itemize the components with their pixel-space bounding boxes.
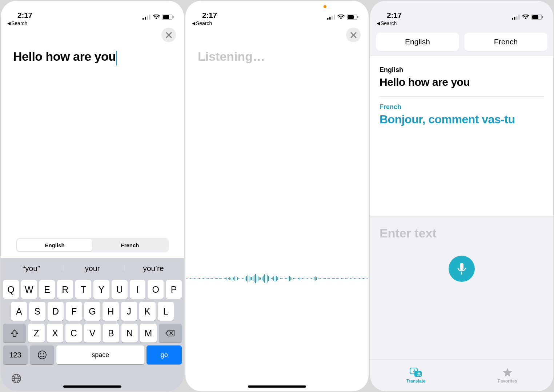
- key-j[interactable]: J: [121, 302, 137, 321]
- segment-french[interactable]: French: [92, 239, 168, 251]
- close-button[interactable]: [161, 28, 176, 42]
- waveform-bar: [194, 278, 195, 279]
- key-g[interactable]: G: [84, 302, 100, 321]
- suggestion-3[interactable]: you’re: [123, 264, 184, 273]
- svg-rect-23: [518, 15, 520, 20]
- waveform-bar: [333, 278, 334, 279]
- key-m[interactable]: M: [140, 324, 156, 343]
- key-r[interactable]: R: [57, 280, 73, 299]
- globe-key[interactable]: [11, 373, 22, 384]
- keyboard: “you” your you’re Q W E R T Y U I O P A …: [1, 258, 184, 391]
- status-icons: [142, 15, 174, 20]
- key-u[interactable]: U: [112, 280, 128, 299]
- waveform-bar: [350, 278, 351, 279]
- waveform-bar: [210, 278, 210, 279]
- back-label: Search: [11, 20, 27, 26]
- home-indicator[interactable]: [248, 385, 306, 388]
- tab-translate[interactable]: A文 Translate: [370, 360, 462, 391]
- svg-rect-14: [329, 17, 331, 20]
- back-to-search[interactable]: ◀Search: [1, 20, 184, 28]
- waveform-bar: [249, 276, 249, 281]
- waveform-bar: [300, 277, 300, 280]
- waveform-bar: [301, 278, 301, 279]
- source-language-pill[interactable]: English: [376, 33, 459, 51]
- suggestion-2[interactable]: your: [62, 264, 123, 273]
- svg-rect-21: [514, 17, 515, 20]
- translation-card: English Hello how are you French Bonjour…: [370, 56, 553, 216]
- waveform-bar: [361, 278, 361, 279]
- key-emoji[interactable]: [30, 345, 55, 364]
- waveform-bar: [284, 278, 285, 279]
- close-button[interactable]: [346, 28, 361, 42]
- back-to-search[interactable]: ◀Search: [185, 20, 369, 28]
- status-bar: 2:17: [185, 1, 369, 20]
- text-cursor: [116, 51, 117, 65]
- svg-text:文: 文: [417, 372, 421, 376]
- waveform-bar: [363, 278, 364, 279]
- key-p[interactable]: P: [166, 280, 182, 299]
- waveform-bar: [221, 278, 222, 279]
- waveform-bar: [341, 278, 342, 279]
- home-indicator[interactable]: [63, 385, 121, 388]
- key-numbers[interactable]: 123: [3, 345, 28, 364]
- back-label: Search: [381, 20, 397, 26]
- waveform-bar: [248, 275, 248, 283]
- waveform-bar: [309, 278, 309, 279]
- waveform-bar: [340, 278, 341, 279]
- key-space[interactable]: space: [56, 345, 144, 364]
- waveform-bar: [357, 278, 357, 279]
- key-s[interactable]: S: [29, 302, 45, 321]
- waveform-bar: [346, 278, 347, 279]
- key-k[interactable]: K: [139, 302, 155, 321]
- key-n[interactable]: N: [121, 324, 138, 343]
- key-x[interactable]: X: [47, 324, 63, 343]
- waveform-bar: [328, 278, 329, 279]
- waveform-bar: [293, 278, 294, 279]
- key-o[interactable]: O: [148, 280, 164, 299]
- key-v[interactable]: V: [84, 324, 100, 343]
- key-delete[interactable]: [159, 324, 182, 343]
- back-to-search[interactable]: ◀Search: [370, 20, 553, 28]
- waveform-bar: [292, 277, 292, 280]
- segment-english[interactable]: English: [17, 239, 92, 251]
- key-q[interactable]: Q: [3, 280, 19, 299]
- key-b[interactable]: B: [103, 324, 119, 343]
- key-t[interactable]: T: [75, 280, 91, 299]
- target-language-pill[interactable]: French: [464, 33, 547, 51]
- svg-rect-15: [332, 16, 333, 20]
- key-shift[interactable]: [3, 324, 26, 343]
- enter-text-placeholder[interactable]: Enter text: [380, 226, 544, 240]
- key-d[interactable]: D: [48, 302, 64, 321]
- svg-rect-27: [460, 263, 463, 270]
- key-z[interactable]: Z: [28, 324, 44, 343]
- key-row-3: Z X C V B N M: [1, 322, 184, 344]
- tab-favorites[interactable]: Favorites: [462, 360, 553, 391]
- waveform-bar: [336, 278, 337, 279]
- svg-rect-19: [357, 16, 358, 18]
- key-a[interactable]: A: [11, 302, 27, 321]
- key-w[interactable]: W: [21, 280, 37, 299]
- text-input-area[interactable]: Hello how are you: [1, 28, 184, 238]
- key-c[interactable]: C: [65, 324, 82, 343]
- audio-waveform: [185, 268, 369, 289]
- status-bar: 2:17: [1, 1, 184, 20]
- svg-rect-25: [532, 15, 538, 19]
- waveform-bar: [273, 276, 274, 281]
- suggestion-1[interactable]: “you”: [1, 264, 62, 273]
- waveform-bar: [354, 278, 355, 279]
- key-row-1: Q W E R T Y U I O P: [1, 279, 184, 300]
- waveform-bar: [282, 278, 283, 279]
- key-go[interactable]: go: [146, 345, 182, 364]
- language-segmented-control[interactable]: English French: [16, 238, 169, 252]
- key-i[interactable]: I: [130, 280, 146, 299]
- key-y[interactable]: Y: [93, 280, 109, 299]
- waveform-bar: [275, 275, 276, 282]
- waveform-bar: [226, 277, 227, 280]
- key-e[interactable]: E: [39, 280, 55, 299]
- microphone-button[interactable]: [449, 256, 475, 282]
- waveform-bar: [229, 277, 230, 280]
- key-l[interactable]: L: [158, 302, 174, 321]
- key-h[interactable]: H: [103, 302, 119, 321]
- waveform-bar: [318, 278, 318, 279]
- key-f[interactable]: F: [66, 302, 82, 321]
